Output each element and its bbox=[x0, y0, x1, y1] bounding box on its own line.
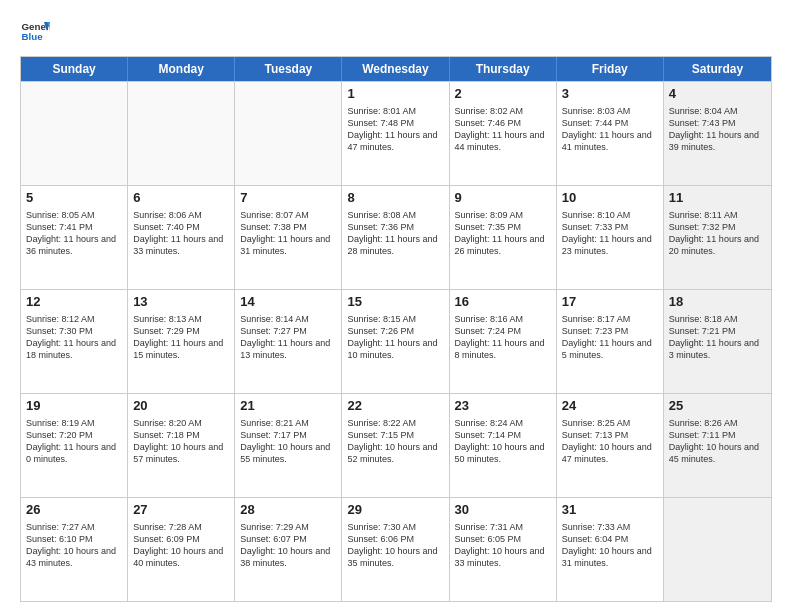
day-cell-28: 28Sunrise: 7:29 AMSunset: 6:07 PMDayligh… bbox=[235, 498, 342, 601]
day-number: 19 bbox=[26, 398, 122, 415]
calendar-row-4: 26Sunrise: 7:27 AMSunset: 6:10 PMDayligh… bbox=[21, 497, 771, 601]
day-cell-17: 17Sunrise: 8:17 AMSunset: 7:23 PMDayligh… bbox=[557, 290, 664, 393]
empty-cell-r4c6 bbox=[664, 498, 771, 601]
day-number: 13 bbox=[133, 294, 229, 311]
day-cell-30: 30Sunrise: 7:31 AMSunset: 6:05 PMDayligh… bbox=[450, 498, 557, 601]
day-info: Sunrise: 8:03 AMSunset: 7:44 PMDaylight:… bbox=[562, 105, 658, 154]
empty-cell-r0c0 bbox=[21, 82, 128, 185]
day-cell-9: 9Sunrise: 8:09 AMSunset: 7:35 PMDaylight… bbox=[450, 186, 557, 289]
day-info: Sunrise: 8:26 AMSunset: 7:11 PMDaylight:… bbox=[669, 417, 766, 466]
day-info: Sunrise: 8:13 AMSunset: 7:29 PMDaylight:… bbox=[133, 313, 229, 362]
day-info: Sunrise: 7:30 AMSunset: 6:06 PMDaylight:… bbox=[347, 521, 443, 570]
logo: General Blue bbox=[20, 16, 50, 46]
day-cell-15: 15Sunrise: 8:15 AMSunset: 7:26 PMDayligh… bbox=[342, 290, 449, 393]
day-cell-23: 23Sunrise: 8:24 AMSunset: 7:14 PMDayligh… bbox=[450, 394, 557, 497]
day-number: 25 bbox=[669, 398, 766, 415]
day-info: Sunrise: 8:16 AMSunset: 7:24 PMDaylight:… bbox=[455, 313, 551, 362]
day-info: Sunrise: 8:08 AMSunset: 7:36 PMDaylight:… bbox=[347, 209, 443, 258]
day-number: 20 bbox=[133, 398, 229, 415]
day-number: 17 bbox=[562, 294, 658, 311]
day-info: Sunrise: 7:29 AMSunset: 6:07 PMDaylight:… bbox=[240, 521, 336, 570]
day-cell-26: 26Sunrise: 7:27 AMSunset: 6:10 PMDayligh… bbox=[21, 498, 128, 601]
day-cell-13: 13Sunrise: 8:13 AMSunset: 7:29 PMDayligh… bbox=[128, 290, 235, 393]
day-info: Sunrise: 8:14 AMSunset: 7:27 PMDaylight:… bbox=[240, 313, 336, 362]
day-cell-7: 7Sunrise: 8:07 AMSunset: 7:38 PMDaylight… bbox=[235, 186, 342, 289]
day-info: Sunrise: 7:27 AMSunset: 6:10 PMDaylight:… bbox=[26, 521, 122, 570]
day-cell-22: 22Sunrise: 8:22 AMSunset: 7:15 PMDayligh… bbox=[342, 394, 449, 497]
day-info: Sunrise: 8:21 AMSunset: 7:17 PMDaylight:… bbox=[240, 417, 336, 466]
header-day-saturday: Saturday bbox=[664, 57, 771, 81]
day-cell-6: 6Sunrise: 8:06 AMSunset: 7:40 PMDaylight… bbox=[128, 186, 235, 289]
day-cell-5: 5Sunrise: 8:05 AMSunset: 7:41 PMDaylight… bbox=[21, 186, 128, 289]
day-info: Sunrise: 8:17 AMSunset: 7:23 PMDaylight:… bbox=[562, 313, 658, 362]
day-info: Sunrise: 8:07 AMSunset: 7:38 PMDaylight:… bbox=[240, 209, 336, 258]
day-cell-8: 8Sunrise: 8:08 AMSunset: 7:36 PMDaylight… bbox=[342, 186, 449, 289]
header-day-sunday: Sunday bbox=[21, 57, 128, 81]
day-number: 5 bbox=[26, 190, 122, 207]
day-info: Sunrise: 8:10 AMSunset: 7:33 PMDaylight:… bbox=[562, 209, 658, 258]
day-cell-1: 1Sunrise: 8:01 AMSunset: 7:48 PMDaylight… bbox=[342, 82, 449, 185]
day-number: 18 bbox=[669, 294, 766, 311]
svg-text:Blue: Blue bbox=[22, 31, 44, 42]
day-cell-24: 24Sunrise: 8:25 AMSunset: 7:13 PMDayligh… bbox=[557, 394, 664, 497]
day-cell-10: 10Sunrise: 8:10 AMSunset: 7:33 PMDayligh… bbox=[557, 186, 664, 289]
day-number: 27 bbox=[133, 502, 229, 519]
day-number: 21 bbox=[240, 398, 336, 415]
day-cell-29: 29Sunrise: 7:30 AMSunset: 6:06 PMDayligh… bbox=[342, 498, 449, 601]
day-number: 30 bbox=[455, 502, 551, 519]
day-cell-25: 25Sunrise: 8:26 AMSunset: 7:11 PMDayligh… bbox=[664, 394, 771, 497]
day-cell-12: 12Sunrise: 8:12 AMSunset: 7:30 PMDayligh… bbox=[21, 290, 128, 393]
day-number: 31 bbox=[562, 502, 658, 519]
empty-cell-r0c2 bbox=[235, 82, 342, 185]
day-number: 4 bbox=[669, 86, 766, 103]
day-cell-3: 3Sunrise: 8:03 AMSunset: 7:44 PMDaylight… bbox=[557, 82, 664, 185]
day-cell-20: 20Sunrise: 8:20 AMSunset: 7:18 PMDayligh… bbox=[128, 394, 235, 497]
calendar: SundayMondayTuesdayWednesdayThursdayFrid… bbox=[20, 56, 772, 602]
calendar-body: 1Sunrise: 8:01 AMSunset: 7:48 PMDaylight… bbox=[21, 81, 771, 601]
day-number: 16 bbox=[455, 294, 551, 311]
day-number: 7 bbox=[240, 190, 336, 207]
day-number: 2 bbox=[455, 86, 551, 103]
day-number: 14 bbox=[240, 294, 336, 311]
day-number: 12 bbox=[26, 294, 122, 311]
page-header: General Blue bbox=[20, 16, 772, 46]
day-info: Sunrise: 8:11 AMSunset: 7:32 PMDaylight:… bbox=[669, 209, 766, 258]
calendar-row-3: 19Sunrise: 8:19 AMSunset: 7:20 PMDayligh… bbox=[21, 393, 771, 497]
day-number: 24 bbox=[562, 398, 658, 415]
day-cell-16: 16Sunrise: 8:16 AMSunset: 7:24 PMDayligh… bbox=[450, 290, 557, 393]
calendar-row-0: 1Sunrise: 8:01 AMSunset: 7:48 PMDaylight… bbox=[21, 81, 771, 185]
logo-icon: General Blue bbox=[20, 16, 50, 46]
day-number: 11 bbox=[669, 190, 766, 207]
day-cell-14: 14Sunrise: 8:14 AMSunset: 7:27 PMDayligh… bbox=[235, 290, 342, 393]
day-number: 10 bbox=[562, 190, 658, 207]
header-day-tuesday: Tuesday bbox=[235, 57, 342, 81]
day-number: 22 bbox=[347, 398, 443, 415]
day-info: Sunrise: 8:09 AMSunset: 7:35 PMDaylight:… bbox=[455, 209, 551, 258]
day-info: Sunrise: 8:18 AMSunset: 7:21 PMDaylight:… bbox=[669, 313, 766, 362]
day-cell-2: 2Sunrise: 8:02 AMSunset: 7:46 PMDaylight… bbox=[450, 82, 557, 185]
day-number: 1 bbox=[347, 86, 443, 103]
day-info: Sunrise: 8:15 AMSunset: 7:26 PMDaylight:… bbox=[347, 313, 443, 362]
day-info: Sunrise: 8:02 AMSunset: 7:46 PMDaylight:… bbox=[455, 105, 551, 154]
day-info: Sunrise: 8:04 AMSunset: 7:43 PMDaylight:… bbox=[669, 105, 766, 154]
header-day-friday: Friday bbox=[557, 57, 664, 81]
day-number: 29 bbox=[347, 502, 443, 519]
calendar-row-2: 12Sunrise: 8:12 AMSunset: 7:30 PMDayligh… bbox=[21, 289, 771, 393]
day-info: Sunrise: 8:01 AMSunset: 7:48 PMDaylight:… bbox=[347, 105, 443, 154]
day-cell-4: 4Sunrise: 8:04 AMSunset: 7:43 PMDaylight… bbox=[664, 82, 771, 185]
header-day-monday: Monday bbox=[128, 57, 235, 81]
day-info: Sunrise: 8:06 AMSunset: 7:40 PMDaylight:… bbox=[133, 209, 229, 258]
day-number: 6 bbox=[133, 190, 229, 207]
header-day-wednesday: Wednesday bbox=[342, 57, 449, 81]
day-info: Sunrise: 8:25 AMSunset: 7:13 PMDaylight:… bbox=[562, 417, 658, 466]
day-cell-11: 11Sunrise: 8:11 AMSunset: 7:32 PMDayligh… bbox=[664, 186, 771, 289]
day-info: Sunrise: 8:20 AMSunset: 7:18 PMDaylight:… bbox=[133, 417, 229, 466]
day-number: 15 bbox=[347, 294, 443, 311]
day-cell-27: 27Sunrise: 7:28 AMSunset: 6:09 PMDayligh… bbox=[128, 498, 235, 601]
day-number: 8 bbox=[347, 190, 443, 207]
day-cell-31: 31Sunrise: 7:33 AMSunset: 6:04 PMDayligh… bbox=[557, 498, 664, 601]
day-info: Sunrise: 7:33 AMSunset: 6:04 PMDaylight:… bbox=[562, 521, 658, 570]
day-info: Sunrise: 7:28 AMSunset: 6:09 PMDaylight:… bbox=[133, 521, 229, 570]
calendar-header: SundayMondayTuesdayWednesdayThursdayFrid… bbox=[21, 57, 771, 81]
header-day-thursday: Thursday bbox=[450, 57, 557, 81]
